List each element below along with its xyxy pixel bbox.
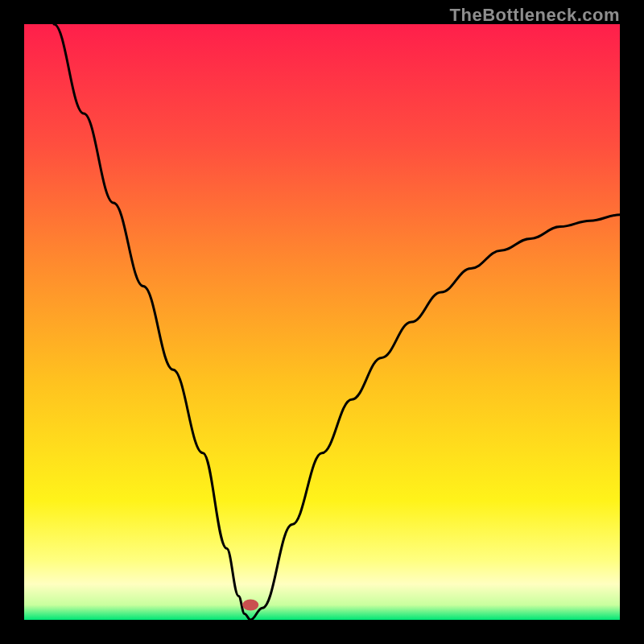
plot-area [24,24,620,620]
optimal-marker [242,600,258,611]
gradient-background [24,24,620,620]
watermark-text: TheBottleneck.com [450,5,620,26]
chart-frame: TheBottleneck.com [0,0,644,644]
chart-svg [24,24,620,620]
